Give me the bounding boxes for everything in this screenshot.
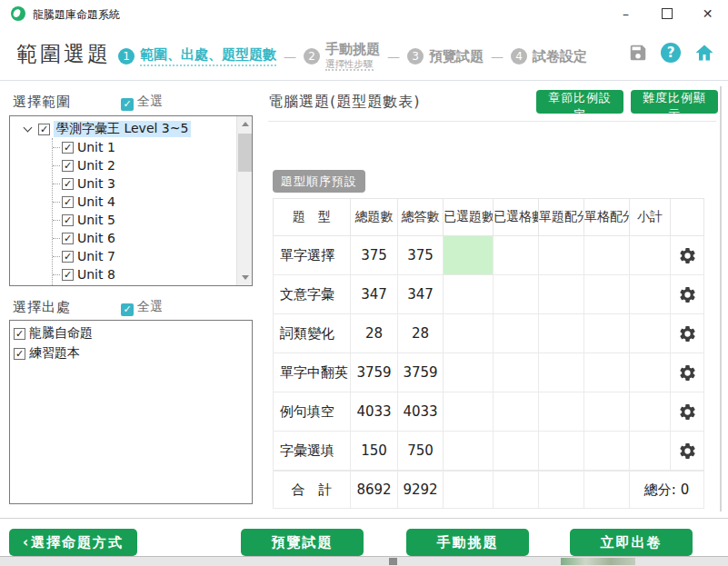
gear-icon[interactable] (678, 363, 697, 382)
selected-blanks-cell[interactable] (494, 432, 539, 471)
selected-questions-cell[interactable] (444, 353, 494, 392)
tree-item-unit7[interactable]: ✓Unit 7 (53, 247, 252, 265)
preview-questions-button[interactable]: 預覽試題 (241, 529, 364, 556)
unit-label[interactable]: Unit 6 (77, 231, 115, 245)
tree-item-unit8[interactable]: ✓Unit 8 (53, 265, 252, 283)
tree-item-unit2[interactable]: ✓Unit 2 (53, 156, 252, 174)
row-settings-cell[interactable] (671, 236, 704, 275)
points-per-question-cell[interactable] (539, 236, 584, 275)
home-icon[interactable] (693, 42, 715, 64)
range-tree[interactable]: ✓ 學測字彙王 Level 3~5 ✓Unit 1 ✓Unit 2 ✓Unit … (9, 115, 253, 286)
unit-checkbox[interactable]: ✓ (62, 269, 74, 281)
tree-item-unit1[interactable]: ✓Unit 1 (53, 138, 252, 156)
tree-root-label[interactable]: 學測字彙王 Level 3~5 (54, 121, 191, 137)
close-button[interactable]: ✕ (687, 0, 728, 27)
selected-questions-input[interactable] (444, 236, 494, 275)
selected-blanks-cell[interactable] (494, 236, 539, 275)
unit-checkbox[interactable]: ✓ (62, 214, 74, 226)
collapse-chevron-icon[interactable] (24, 124, 33, 133)
range-select-all[interactable]: ✓全選 (121, 94, 163, 111)
maximize-button[interactable] (646, 0, 687, 27)
unit-label[interactable]: Unit 3 (77, 176, 115, 191)
row-total-answers: 750 (398, 432, 444, 471)
unit-checkbox[interactable]: ✓ (62, 196, 74, 208)
scroll-down-icon[interactable] (237, 270, 253, 285)
points-per-question-cell[interactable] (539, 353, 584, 392)
step-2-sublabel: 選擇性步驟 (325, 58, 374, 71)
row-settings-cell[interactable] (671, 314, 704, 353)
points-per-blank-cell[interactable] (584, 432, 630, 471)
selected-questions-cell[interactable] (444, 314, 494, 353)
panel-scrollbar[interactable] (720, 86, 722, 511)
source-label[interactable]: 龍騰自命題 (29, 325, 93, 342)
select-all-checkbox[interactable]: ✓ (121, 303, 134, 316)
source-list[interactable]: ✓龍騰自命題 ✓練習題本 (9, 320, 253, 504)
unit-label[interactable]: Unit 8 (77, 267, 115, 282)
unit-checkbox[interactable]: ✓ (62, 178, 74, 190)
gear-icon[interactable] (678, 285, 697, 304)
unit-label[interactable]: Unit 7 (77, 249, 115, 263)
unit-checkbox[interactable]: ✓ (62, 233, 74, 244)
tree-root-checkbox[interactable]: ✓ (38, 124, 50, 135)
points-per-question-cell[interactable] (539, 432, 584, 471)
difficulty-ratio-button[interactable]: 難度比例顯示 (631, 90, 718, 114)
minimize-button[interactable]: – (605, 0, 646, 27)
points-per-blank-cell[interactable] (584, 392, 630, 432)
gear-icon[interactable] (678, 402, 697, 422)
select-all-checkbox[interactable]: ✓ (121, 98, 134, 111)
points-per-blank-cell[interactable] (584, 353, 630, 392)
unit-checkbox[interactable]: ✓ (62, 160, 74, 172)
points-per-question-cell[interactable] (539, 314, 584, 353)
unit-checkbox[interactable]: ✓ (62, 251, 74, 263)
back-to-method-button[interactable]: ‹選擇命題方式 (9, 529, 137, 556)
tree-item-unit6[interactable]: ✓Unit 6 (53, 229, 252, 247)
points-per-blank-cell[interactable] (584, 275, 630, 314)
tree-item-unit9-partial[interactable]: ✓Unit 9 (53, 283, 252, 286)
unit-label[interactable]: Unit 9 (77, 285, 115, 286)
chapter-ratio-button[interactable]: 章節比例設定 (536, 90, 623, 114)
selected-questions-cell[interactable] (444, 392, 494, 432)
unit-label[interactable]: Unit 2 (77, 158, 115, 173)
row-settings-cell[interactable] (671, 392, 704, 432)
points-per-question-cell[interactable] (539, 275, 584, 314)
scrollbar-thumb[interactable] (238, 134, 252, 172)
unit-label[interactable]: Unit 5 (77, 213, 115, 227)
manual-pick-button[interactable]: 手動挑題 (406, 529, 529, 556)
gear-icon[interactable] (678, 324, 697, 343)
tree-item-unit4[interactable]: ✓Unit 4 (53, 193, 252, 211)
source-item-lungteng[interactable]: ✓龍騰自命題 (10, 323, 252, 343)
source-label[interactable]: 練習題本 (29, 345, 80, 362)
gear-icon[interactable] (678, 442, 697, 461)
source-item-workbook[interactable]: ✓練習題本 (10, 343, 252, 363)
selected-blanks-cell[interactable] (494, 353, 539, 392)
tree-item-unit5[interactable]: ✓Unit 5 (53, 211, 252, 229)
tree-root-row[interactable]: ✓ 學測字彙王 Level 3~5 (10, 120, 252, 138)
row-settings-cell[interactable] (671, 353, 704, 392)
source-checkbox[interactable]: ✓ (14, 348, 25, 360)
scroll-up-icon[interactable] (237, 116, 253, 132)
col-header-type: 題 型 (274, 199, 351, 236)
row-settings-cell[interactable] (671, 275, 704, 314)
gear-icon[interactable] (678, 246, 697, 265)
selected-questions-cell[interactable] (444, 432, 494, 471)
unit-checkbox[interactable]: ✓ (62, 142, 74, 154)
points-per-blank-cell[interactable] (584, 236, 630, 275)
unit-label[interactable]: Unit 4 (77, 194, 115, 209)
source-checkbox[interactable]: ✓ (14, 328, 25, 340)
help-icon[interactable]: ? (661, 43, 681, 63)
tree-item-unit3[interactable]: ✓Unit 3 (53, 174, 252, 193)
points-per-question-cell[interactable] (539, 392, 584, 432)
row-settings-cell[interactable] (671, 432, 704, 471)
selected-questions-cell[interactable] (444, 275, 494, 314)
question-type-table: 題 型 總題數 總答數 已選題數 已選格數 單題配分 單格配分 小計 單字選擇 … (273, 198, 704, 471)
source-select-all[interactable]: ✓全選 (121, 299, 163, 316)
type-order-button[interactable]: 題型順序預設 (273, 170, 365, 193)
points-per-blank-cell[interactable] (584, 314, 630, 353)
selected-blanks-cell[interactable] (494, 392, 539, 432)
tree-scrollbar[interactable] (236, 116, 252, 285)
save-icon[interactable] (628, 43, 648, 63)
unit-label[interactable]: Unit 1 (77, 140, 115, 154)
generate-exam-button[interactable]: 立即出卷 (570, 529, 693, 556)
selected-blanks-cell[interactable] (494, 275, 539, 314)
selected-blanks-cell[interactable] (494, 314, 539, 353)
